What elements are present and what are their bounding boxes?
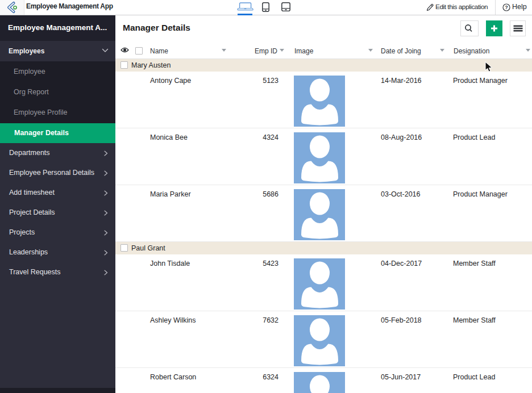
svg-text:?: ? [505, 5, 508, 10]
